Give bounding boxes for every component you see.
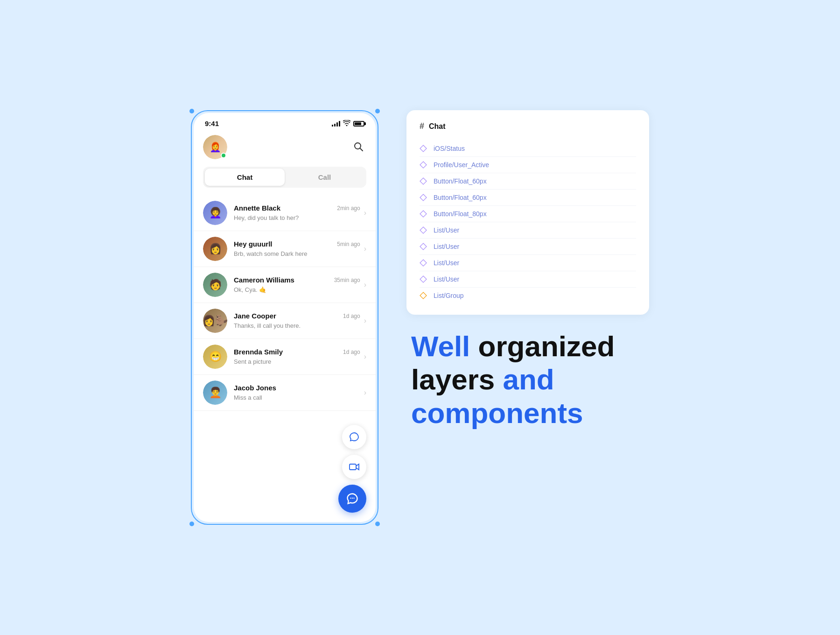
battery-icon [353, 121, 364, 127]
video-float-button[interactable] [342, 455, 366, 479]
float-buttons-area [194, 420, 376, 522]
tab-bar: Chat Call [203, 167, 366, 188]
layer-item: iOS/Status [420, 141, 636, 157]
compose-icon [346, 492, 359, 505]
chat-avatar: 👩‍🦫 [203, 309, 227, 333]
diamond-icon [420, 243, 427, 250]
search-button[interactable] [350, 139, 366, 156]
message-bubble-icon [349, 431, 360, 443]
message-preview: Sent a picture [234, 358, 271, 365]
list-item[interactable]: 🧑 Cameron Williams 35min ago Ok, Cya. 🤙 … [194, 267, 376, 303]
status-icons [332, 120, 364, 127]
chat-content: Jacob Jones Miss a call [234, 384, 360, 402]
headline-dark-layers: layers [411, 363, 503, 395]
phone-wrapper: 9:41 [191, 110, 378, 525]
video-camera-icon [349, 461, 360, 473]
diamond-icon [420, 145, 427, 152]
headline-line3: components [411, 396, 644, 430]
chat-content: Hey guuurll 5min ago Brb, watch some Dar… [234, 240, 360, 258]
hash-icon: # [420, 121, 424, 131]
list-item[interactable]: 👩 Hey guuurll 5min ago Brb, watch some D… [194, 231, 376, 267]
chevron-right-icon: › [364, 388, 366, 397]
diamond-icon [420, 292, 427, 299]
message-time: 1d ago [343, 313, 360, 319]
phone-screen: 9:41 [194, 113, 376, 522]
chevron-right-icon: › [364, 209, 366, 217]
message-preview: Ok, Cya. 🤙 [234, 286, 266, 293]
svg-point-5 [353, 498, 354, 499]
chat-avatar: 🧑‍🦱 [203, 381, 227, 405]
layers-card: # Chat iOS/Status Profile/User_Active [406, 110, 649, 315]
chevron-right-icon: › [364, 281, 366, 289]
layer-item: List/User [420, 271, 636, 288]
online-indicator [221, 153, 226, 158]
list-item[interactable]: 👩‍🦱 Annette Black 2min ago Hey, did you … [194, 195, 376, 231]
layer-label: List/User [434, 226, 459, 234]
message-time: 35min ago [334, 277, 360, 283]
svg-point-3 [350, 498, 351, 499]
main-container: 9:41 [172, 92, 668, 543]
headline-line1: Well organized [411, 330, 644, 363]
message-preview: Brb, watch some Dark here [234, 250, 308, 257]
chat-avatar: 👩‍🦱 [203, 201, 227, 225]
diamond-icon [420, 194, 427, 201]
tab-call[interactable]: Call [285, 169, 364, 186]
layer-label: Button/Float_60px [434, 177, 487, 185]
contact-name: Brennda Smily [234, 348, 283, 356]
headline-section: Well organized layers and components [406, 330, 649, 430]
list-item[interactable]: 🧑‍🦱 Jacob Jones Miss a call › [194, 375, 376, 411]
headline-dark-organized: organized [470, 330, 615, 362]
status-bar: 9:41 [194, 113, 376, 131]
headline-text: Well organized layers and components [411, 330, 644, 430]
layer-label: List/User [434, 243, 459, 250]
compose-float-button[interactable] [338, 485, 366, 513]
wifi-icon [343, 120, 350, 127]
layer-item: List/Group [420, 288, 636, 303]
search-icon [353, 141, 364, 152]
diamond-icon [420, 177, 427, 185]
svg-point-4 [352, 498, 353, 499]
right-panel: # Chat iOS/Status Profile/User_Active [406, 110, 649, 430]
layer-label: Button/Float_60px [434, 194, 487, 201]
headline-blue-and: and [503, 363, 554, 395]
message-time: 2min ago [337, 205, 360, 212]
contact-name: Jane Cooper [234, 312, 276, 320]
status-time: 9:41 [205, 120, 219, 127]
diamond-icon [420, 275, 427, 283]
layer-item: List/User [420, 222, 636, 239]
contact-name: Annette Black [234, 204, 280, 212]
corner-tr [375, 109, 380, 113]
message-time: 5min ago [337, 241, 360, 247]
user-avatar-wrapper: 👩‍🦰 [203, 135, 227, 159]
chat-avatar: 🧑 [203, 273, 227, 297]
card-header: # Chat [420, 121, 636, 131]
layer-item: List/User [420, 255, 636, 271]
list-item[interactable]: 👩‍🦫 Jane Cooper 1d ago Thanks, ill call … [194, 303, 376, 339]
headline-blue-well: Well [411, 330, 470, 362]
diamond-icon [420, 259, 427, 267]
layer-item: List/User [420, 239, 636, 255]
message-preview: Hey, did you talk to her? [234, 214, 299, 221]
layer-item: Button/Float_60px [420, 173, 636, 190]
list-item[interactable]: 😁 Brennda Smily 1d ago Sent a picture › [194, 339, 376, 375]
corner-bl [189, 522, 194, 526]
layer-label: iOS/Status [434, 145, 465, 152]
chat-float-button[interactable] [342, 425, 366, 449]
message-preview: Thanks, ill call you there. [234, 322, 301, 329]
chat-content: Annette Black 2min ago Hey, did you talk… [234, 204, 360, 222]
chat-avatar: 👩 [203, 237, 227, 261]
headline-line2: layers and [411, 363, 644, 396]
corner-br [375, 522, 380, 526]
layer-item: Button/Float_80px [420, 206, 636, 222]
headline-blue-components: components [411, 397, 583, 429]
svg-line-1 [360, 148, 363, 151]
corner-tl [189, 109, 194, 113]
card-title: Chat [429, 122, 446, 131]
chevron-right-icon: › [364, 353, 366, 361]
chevron-right-icon: › [364, 317, 366, 325]
layer-label: Profile/User_Active [434, 161, 489, 169]
layer-label: Button/Float_80px [434, 210, 487, 218]
tab-chat[interactable]: Chat [205, 169, 285, 186]
layer-label: List/User [434, 275, 459, 283]
layer-item: Profile/User_Active [420, 157, 636, 173]
